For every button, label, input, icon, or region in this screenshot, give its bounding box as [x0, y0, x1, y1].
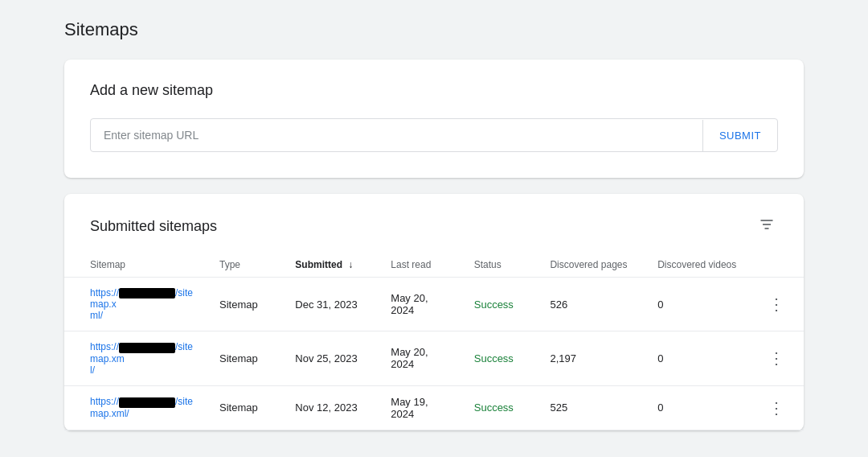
- redacted-domain-3: [119, 397, 175, 408]
- more-actions-3[interactable]: ⋮: [752, 385, 804, 430]
- filter-icon[interactable]: [755, 213, 778, 240]
- col-header-status: Status: [461, 253, 538, 278]
- discovered-videos-1: 0: [645, 278, 752, 331]
- col-header-discovered-videos: Discovered videos: [645, 253, 752, 278]
- type-3: Sitemap: [207, 385, 282, 430]
- discovered-pages-3: 525: [537, 385, 645, 430]
- more-actions-1[interactable]: ⋮: [752, 278, 804, 331]
- sort-arrow-icon: ↓: [348, 259, 353, 270]
- col-header-last-read: Last read: [378, 253, 461, 278]
- submitted-sitemaps-card: Submitted sitemaps Sitemap Type Submitte…: [64, 194, 804, 430]
- sitemap-url-3: https:///sitemap.xml/: [64, 385, 207, 430]
- submitted-sitemaps-title: Submitted sitemaps: [90, 218, 217, 235]
- type-1: Sitemap: [207, 278, 282, 331]
- page-container: Sitemaps Add a new sitemap SUBMIT Submit…: [0, 0, 868, 457]
- discovered-videos-3: 0: [645, 385, 752, 430]
- last-read-3: May 19, 2024: [378, 385, 461, 430]
- redacted-domain-2: [119, 343, 175, 353]
- discovered-pages-2: 2,197: [537, 331, 645, 385]
- redacted-domain-1: [119, 288, 175, 298]
- col-header-submitted[interactable]: Submitted ↓: [282, 253, 378, 278]
- submitted-header: Submitted sitemaps: [64, 194, 804, 240]
- submitted-2: Nov 25, 2023: [282, 331, 378, 385]
- sitemaps-table: Sitemap Type Submitted ↓ Last read Statu…: [64, 253, 804, 430]
- sitemap-url-input[interactable]: [91, 119, 702, 151]
- col-header-sitemap: Sitemap: [64, 253, 207, 278]
- discovered-videos-2: 0: [645, 331, 752, 385]
- sitemap-url-1: https:///sitemap.xml/: [64, 278, 207, 331]
- table-row: https:///sitemap.xml/ Sitemap Dec 31, 20…: [64, 278, 804, 331]
- status-2: Success: [461, 331, 538, 385]
- col-header-discovered-pages: Discovered pages: [537, 253, 645, 278]
- col-header-actions: [752, 253, 804, 278]
- type-2: Sitemap: [207, 331, 282, 385]
- status-3: Success: [461, 385, 538, 430]
- add-sitemap-title: Add a new sitemap: [90, 82, 778, 99]
- sitemap-url-2: https:///sitemap.xml/: [64, 331, 207, 385]
- submit-button[interactable]: SUBMIT: [702, 120, 777, 151]
- more-icon-2[interactable]: ⋮: [765, 346, 788, 370]
- status-1: Success: [461, 278, 538, 331]
- page-title: Sitemaps: [64, 19, 804, 40]
- col-header-type: Type: [207, 253, 282, 278]
- submitted-1: Dec 31, 2023: [282, 278, 378, 331]
- table-header-row: Sitemap Type Submitted ↓ Last read Statu…: [64, 253, 804, 278]
- sitemap-input-row: SUBMIT: [90, 118, 778, 152]
- more-icon-1[interactable]: ⋮: [765, 292, 788, 316]
- table-row: https:///sitemap.xml/ Sitemap Nov 12, 20…: [64, 385, 804, 430]
- table-row: https:///sitemap.xml/ Sitemap Nov 25, 20…: [64, 331, 804, 385]
- last-read-1: May 20, 2024: [378, 278, 461, 331]
- more-icon-3[interactable]: ⋮: [765, 396, 788, 420]
- add-sitemap-card: Add a new sitemap SUBMIT: [64, 60, 804, 178]
- submitted-3: Nov 12, 2023: [282, 385, 378, 430]
- discovered-pages-1: 526: [537, 278, 645, 331]
- last-read-2: May 20, 2024: [378, 331, 461, 385]
- table-container: Sitemap Type Submitted ↓ Last read Statu…: [64, 240, 804, 430]
- more-actions-2[interactable]: ⋮: [752, 331, 804, 385]
